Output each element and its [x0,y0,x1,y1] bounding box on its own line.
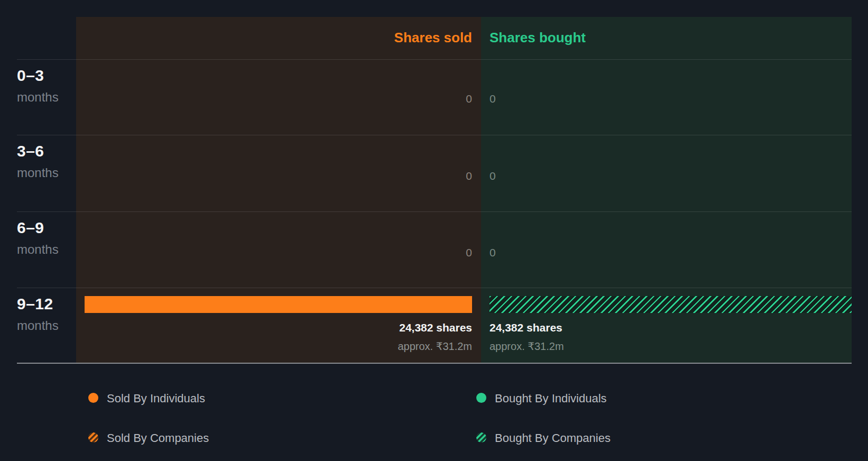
shares-sold-header: Shares sold [394,30,472,45]
period-label-3-6: 3–6 months [17,142,59,180]
period-range: 6–9 [17,218,59,237]
sold-value-0-3: 0 [466,93,472,105]
period-unit: months [17,166,59,180]
gridline [17,59,852,60]
bought-value-0-3: 0 [490,93,496,105]
period-range: 9–12 [17,294,59,314]
hatched-green-dot-icon [476,432,486,442]
bought-value-6-9: 0 [490,247,496,259]
solid-orange-dot-icon [88,393,98,403]
sold-bar-9-12-individuals[interactable] [85,296,472,313]
period-range: 0–3 [17,66,59,85]
sold-value-3-6: 0 [466,170,472,182]
bought-shares-9-12: 24,382 shares [490,321,562,334]
legend-label: Sold By Companies [107,431,209,445]
period-unit: months [17,90,59,104]
legend-label: Bought By Companies [495,431,611,445]
period-label-9-12: 9–12 months [17,294,59,333]
period-label-6-9: 6–9 months [17,218,59,256]
sold-value-6-9: 0 [466,247,472,259]
bought-approx-value-9-12: approx. ₹31.2m [490,340,564,353]
hatched-orange-dot-icon [88,432,98,442]
insider-trading-chart: Shares sold Shares bought 0–3 months 3–6… [0,0,868,461]
shares-bought-header: Shares bought [490,30,586,45]
sold-shares-9-12: 24,382 shares [399,321,472,334]
bought-bar-9-12-companies[interactable] [490,296,852,313]
legend-label: Sold By Individuals [107,392,205,405]
bought-value-3-6: 0 [490,170,496,182]
period-unit: months [17,243,59,256]
gridline [17,211,852,212]
gridline [17,288,852,288]
gridline [17,135,852,135]
period-range: 3–6 [17,142,59,161]
solid-green-dot-icon [476,393,486,403]
sold-approx-value-9-12: approx. ₹31.2m [398,340,472,353]
period-label-0-3: 0–3 months [17,66,59,104]
legend-label: Bought By Individuals [495,392,607,405]
period-unit: months [17,319,59,333]
chart-bottom-axis [17,363,852,364]
